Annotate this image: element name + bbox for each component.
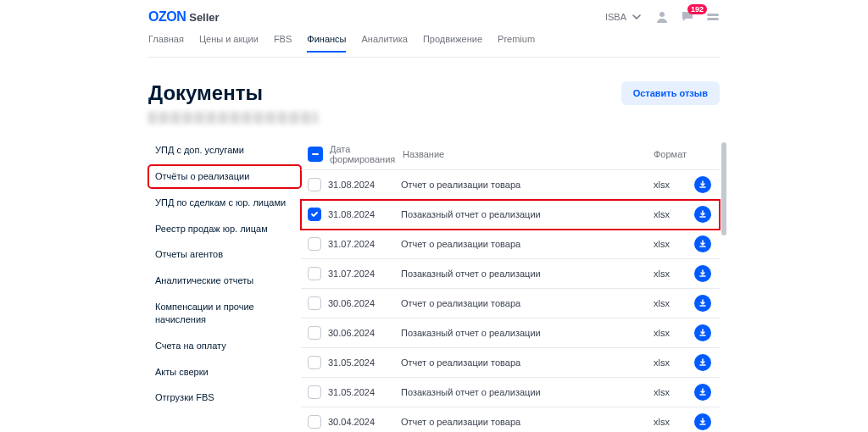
company-selector[interactable]: ISBA — [605, 10, 643, 24]
download-row-button[interactable] — [694, 235, 711, 252]
table-row: 30.06.2024Позаказный отчет о реализацииx… — [301, 318, 720, 348]
nav-item[interactable]: Главная — [148, 34, 184, 51]
table-header: Дата формирования Название Формат — [301, 139, 720, 170]
chat-badge: 192 — [687, 4, 707, 14]
download-row-button[interactable] — [694, 295, 711, 312]
cell-date: 31.05.2024 — [328, 387, 394, 397]
logo[interactable]: OZON Seller — [148, 9, 220, 25]
row-checkbox[interactable] — [308, 237, 321, 251]
download-row-button[interactable] — [694, 384, 711, 401]
table-row: 31.05.2024Отчет о реализации товараxlsx — [301, 348, 720, 378]
table-row: 30.04.2024Отчет о реализации товараxlsx — [301, 407, 720, 432]
row-checkbox[interactable] — [308, 208, 321, 221]
table-row: 30.06.2024Отчет о реализации товараxlsx — [301, 289, 720, 318]
cell-name: Отчет о реализации товара — [401, 298, 647, 308]
row-checkbox[interactable] — [308, 356, 321, 369]
svg-rect-1 — [707, 14, 719, 16]
apps-icon[interactable] — [706, 10, 720, 24]
scrollbar[interactable] — [721, 139, 726, 432]
row-checkbox[interactable] — [308, 178, 321, 191]
logo-brand: OZON — [148, 9, 186, 25]
sidebar-item[interactable]: Счета на оплату — [148, 335, 301, 357]
cell-date: 31.07.2024 — [328, 239, 394, 249]
row-checkbox[interactable] — [308, 385, 321, 399]
download-row-button[interactable] — [694, 265, 711, 282]
chevron-down-icon — [630, 10, 643, 24]
cell-format: xlsx — [654, 209, 687, 219]
row-checkbox[interactable] — [308, 296, 321, 310]
cell-format: xlsx — [654, 180, 687, 190]
cell-name: Позаказный отчет о реализации — [401, 387, 647, 397]
nav-item[interactable]: Продвижение — [423, 34, 482, 51]
sidebar: УПД с доп. услугамиОтчёты о реализацииУП… — [148, 139, 301, 432]
cell-date: 30.06.2024 — [328, 298, 394, 308]
download-row-button[interactable] — [694, 324, 711, 341]
scrollbar-thumb[interactable] — [721, 142, 726, 235]
svg-rect-3 — [312, 153, 319, 155]
table-row: 31.07.2024Отчет о реализации товараxlsx — [301, 230, 720, 259]
cell-date: 30.04.2024 — [328, 417, 394, 427]
table-row: 31.07.2024Позаказный отчет о реализацииx… — [301, 259, 720, 289]
sidebar-item[interactable]: Акты сверки — [148, 361, 301, 384]
chat-button[interactable]: 192 — [681, 9, 694, 25]
sidebar-item[interactable]: Аналитические отчеты — [148, 269, 301, 292]
cell-name: Отчет о реализации товара — [401, 239, 647, 249]
sidebar-item[interactable]: Реестр продаж юр. лицам — [148, 218, 301, 241]
cell-name: Отчет о реализации товара — [401, 417, 647, 427]
col-format: Формат — [654, 149, 687, 159]
redacted-subtitle — [148, 112, 318, 124]
documents-table: Дата формирования Название Формат 31.08.… — [301, 139, 720, 432]
sidebar-item[interactable]: УПД с доп. услугами — [148, 139, 301, 162]
cell-name: Позаказный отчет о реализации — [401, 269, 647, 279]
nav-item[interactable]: Финансы — [307, 34, 346, 53]
sidebar-item[interactable]: УПД по сделкам с юр. лицами — [148, 191, 301, 214]
col-date: Дата формирования — [330, 144, 396, 164]
row-checkbox[interactable] — [308, 267, 321, 280]
nav-item[interactable]: FBS — [274, 34, 292, 51]
cell-date: 31.07.2024 — [328, 269, 394, 279]
select-all-checkbox[interactable] — [308, 147, 323, 162]
svg-point-0 — [659, 12, 665, 17]
table-row: 31.05.2024Позаказный отчет о реализацииx… — [301, 378, 720, 407]
sidebar-item[interactable]: Компенсации и прочие начисления — [148, 296, 301, 331]
svg-rect-2 — [707, 18, 719, 20]
cell-name: Отчет о реализации товара — [401, 180, 647, 190]
sidebar-item[interactable]: Отчеты агентов — [148, 243, 301, 266]
nav-item[interactable]: Аналитика — [361, 34, 407, 51]
topbar: OZON Seller ISBA 192 — [148, 0, 720, 34]
sidebar-item[interactable]: Отчёты о реализации — [148, 165, 301, 188]
nav-item[interactable]: Premium — [498, 34, 535, 51]
cell-name: Отчет о реализации товара — [401, 357, 647, 368]
nav-item[interactable]: Цены и акции — [199, 34, 259, 51]
download-row-button[interactable] — [694, 206, 711, 223]
table-row: 31.08.2024Отчет о реализации товараxlsx — [301, 170, 720, 200]
download-row-button[interactable] — [694, 413, 711, 430]
page-title: Документы — [148, 81, 263, 105]
download-row-button[interactable] — [694, 354, 711, 371]
cell-format: xlsx — [654, 269, 687, 279]
row-checkbox[interactable] — [308, 326, 321, 340]
col-name: Название — [403, 149, 647, 159]
cell-format: xlsx — [654, 239, 687, 249]
company-name: ISBA — [605, 12, 626, 22]
cell-date: 31.08.2024 — [328, 209, 394, 219]
cell-date: 30.06.2024 — [328, 328, 394, 338]
cell-format: xlsx — [654, 387, 687, 397]
download-row-button[interactable] — [694, 176, 711, 193]
cell-format: xlsx — [654, 357, 687, 368]
feedback-button[interactable]: Оставить отзыв — [621, 81, 720, 105]
content: Дата формирования Название Формат 31.08.… — [301, 139, 720, 432]
cell-format: xlsx — [654, 417, 687, 427]
cell-date: 31.05.2024 — [328, 357, 394, 368]
cell-name: Позаказный отчет о реализации — [401, 328, 647, 338]
user-icon[interactable] — [655, 10, 669, 24]
row-checkbox[interactable] — [308, 415, 321, 429]
main-nav: ГлавнаяЦены и акцииFBSФинансыАналитикаПр… — [148, 34, 720, 58]
cell-date: 31.08.2024 — [328, 180, 394, 190]
cell-format: xlsx — [654, 298, 687, 308]
table-row: 31.08.2024Позаказный отчет о реализацииx… — [301, 200, 720, 230]
cell-format: xlsx — [654, 328, 687, 338]
cell-name: Позаказный отчет о реализации — [401, 209, 647, 219]
sidebar-item[interactable]: Отгрузки FBS — [148, 386, 301, 409]
logo-sub: Seller — [189, 11, 219, 24]
